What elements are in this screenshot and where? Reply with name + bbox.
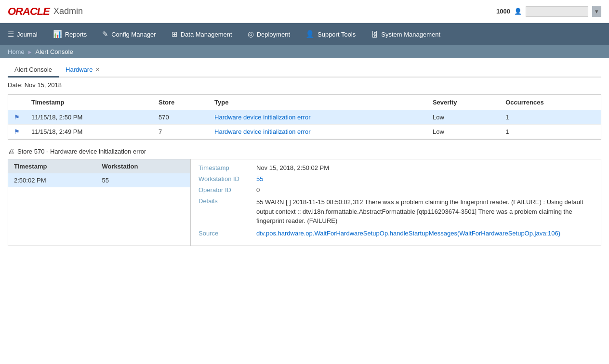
detail-left-table: Timestamp Workstation 2:50:02 PM 55	[8, 159, 190, 187]
data-management-icon: ⊞	[172, 30, 178, 39]
detail-timestamp-row: Timestamp Nov 15, 2018, 2:50:02 PM	[199, 164, 593, 171]
col-header-empty	[8, 95, 26, 110]
top-header: ORACLE Xadmin 1000 👤 ▾	[0, 0, 609, 23]
detail-row-timestamp: 2:50:02 PM	[8, 173, 96, 187]
flag-icon: ⚑	[14, 128, 20, 135]
detail-row-workstation: 55	[96, 173, 190, 187]
detail-left-header-row: Timestamp Workstation	[8, 159, 190, 173]
workstation-id-value: 55	[256, 175, 593, 182]
bottom-space	[8, 246, 601, 265]
user-area: 1000 👤 ▾	[496, 6, 601, 17]
table-row[interactable]: ⚑ 11/15/18, 2:49 PM 7 Hardware device in…	[8, 125, 601, 139]
nav-config-manager[interactable]: ✎ Config Manager	[94, 23, 164, 45]
detail-right-panel: Timestamp Nov 15, 2018, 2:50:02 PM Works…	[191, 159, 601, 246]
content-area: Alert Console Hardware ✕ Date: Nov 15, 2…	[0, 58, 609, 270]
user-id: 1000	[496, 8, 510, 15]
row-occurrences: 1	[500, 110, 601, 125]
reports-icon: 📊	[53, 30, 62, 39]
details-label: Details	[199, 197, 256, 226]
row-flag: ⚑	[8, 110, 26, 125]
timestamp-value: Nov 15, 2018, 2:50:02 PM	[256, 164, 593, 171]
detail-workstation-row: Workstation ID 55	[199, 175, 593, 182]
timestamp-label: Timestamp	[199, 164, 256, 171]
row-store: 570	[153, 110, 209, 125]
detail-source-row: Source dtv.pos.hardware.op.WaitForHardwa…	[199, 230, 593, 237]
breadcrumb-home[interactable]: Home	[8, 48, 25, 55]
detail-details-row: Details 55 WARN [ ] 2018-11-15 08:50:02,…	[199, 197, 593, 226]
col-header-store: Store	[153, 95, 209, 110]
nav-deployment-label: Deployment	[257, 31, 290, 38]
tab-alert-console[interactable]: Alert Console	[8, 63, 59, 78]
app-name: Xadmin	[53, 6, 83, 16]
row-occurrences: 1	[500, 125, 601, 139]
flag-icon: ⚑	[14, 114, 20, 121]
date-label: Date: Nov 15, 2018	[8, 81, 601, 89]
detail-col-timestamp: Timestamp	[8, 159, 96, 173]
row-type: Hardware device initialization error	[209, 125, 427, 139]
nav-system-management[interactable]: 🗄 System Management	[363, 23, 448, 45]
detail-section: Timestamp Workstation 2:50:02 PM 55 Time…	[8, 159, 601, 246]
alert-table-header-row: Timestamp Store Type Severity Occurrence…	[8, 95, 601, 110]
row-timestamp: 11/15/18, 2:49 PM	[26, 125, 153, 139]
detail-left-panel: Timestamp Workstation 2:50:02 PM 55	[8, 159, 191, 246]
system-management-icon: 🗄	[371, 30, 378, 39]
nav-config-manager-label: Config Manager	[111, 31, 156, 38]
breadcrumb-separator: ►	[27, 49, 33, 55]
table-row[interactable]: ⚑ 11/15/18, 2:50 PM 570 Hardware device …	[8, 110, 601, 125]
detail-section-title: 🖨 Store 570 - Hardware device initializa…	[8, 147, 601, 155]
nav-reports-label: Reports	[65, 31, 87, 38]
user-search-input[interactable]	[526, 6, 588, 17]
source-label: Source	[199, 230, 256, 237]
tab-alert-console-label: Alert Console	[14, 66, 52, 73]
type-link[interactable]: Hardware device initialization error	[214, 128, 310, 135]
alert-table-wrapper: Timestamp Store Type Severity Occurrence…	[8, 94, 601, 140]
deployment-icon: ◎	[248, 30, 254, 39]
tab-hardware-label: Hardware	[66, 66, 93, 73]
row-severity: Low	[427, 125, 500, 139]
workstation-id-label: Workstation ID	[199, 175, 256, 182]
operator-id-label: Operator ID	[199, 186, 256, 194]
tab-hardware[interactable]: Hardware ✕	[59, 63, 106, 78]
row-flag: ⚑	[8, 125, 26, 139]
detail-left-row[interactable]: 2:50:02 PM 55	[8, 173, 190, 187]
col-header-severity: Severity	[427, 95, 500, 110]
detail-operator-row: Operator ID 0	[199, 186, 593, 194]
alert-table: Timestamp Store Type Severity Occurrence…	[8, 95, 601, 139]
type-link[interactable]: Hardware device initialization error	[214, 114, 310, 121]
row-store: 7	[153, 125, 209, 139]
nav-support-tools[interactable]: 👤 Support Tools	[298, 23, 363, 45]
support-tools-icon: 👤	[305, 30, 315, 39]
col-header-timestamp: Timestamp	[26, 95, 153, 110]
breadcrumb: Home ► Alert Console	[0, 45, 609, 58]
nav-deployment[interactable]: ◎ Deployment	[240, 23, 298, 45]
nav-data-management-label: Data Management	[181, 31, 232, 38]
nav-reports[interactable]: 📊 Reports	[45, 23, 95, 45]
oracle-logo: ORACLE	[8, 5, 50, 18]
config-manager-icon: ✎	[102, 30, 108, 39]
tab-hardware-close[interactable]: ✕	[95, 66, 100, 73]
nav-journal-label: Journal	[17, 31, 38, 38]
nav-bar: ☰ Journal 📊 Reports ✎ Config Manager ⊞ D…	[0, 23, 609, 45]
source-value: dtv.pos.hardware.op.WaitForHardwareSetup…	[256, 230, 593, 237]
row-severity: Low	[427, 110, 500, 125]
col-header-type: Type	[209, 95, 427, 110]
print-icon[interactable]: 🖨	[8, 147, 14, 155]
nav-journal[interactable]: ☰ Journal	[0, 23, 45, 45]
journal-icon: ☰	[8, 30, 14, 39]
nav-system-management-label: System Management	[381, 31, 440, 38]
detail-col-workstation: Workstation	[96, 159, 190, 173]
user-icon: 👤	[514, 8, 522, 15]
user-dropdown-button[interactable]: ▾	[592, 6, 601, 17]
details-value: 55 WARN [ ] 2018-11-15 08:50:02,312 Ther…	[256, 197, 593, 226]
col-header-occurrences: Occurrences	[500, 95, 601, 110]
row-type: Hardware device initialization error	[209, 110, 427, 125]
nav-support-tools-label: Support Tools	[318, 31, 356, 38]
detail-title-text: Store 570 - Hardware device initializati…	[17, 148, 146, 155]
nav-data-management[interactable]: ⊞ Data Management	[164, 23, 240, 45]
logo-area: ORACLE Xadmin	[8, 5, 83, 18]
operator-id-value: 0	[256, 186, 593, 194]
row-timestamp: 11/15/18, 2:50 PM	[26, 110, 153, 125]
tabs: Alert Console Hardware ✕	[8, 63, 601, 78]
breadcrumb-current: Alert Console	[36, 48, 73, 55]
